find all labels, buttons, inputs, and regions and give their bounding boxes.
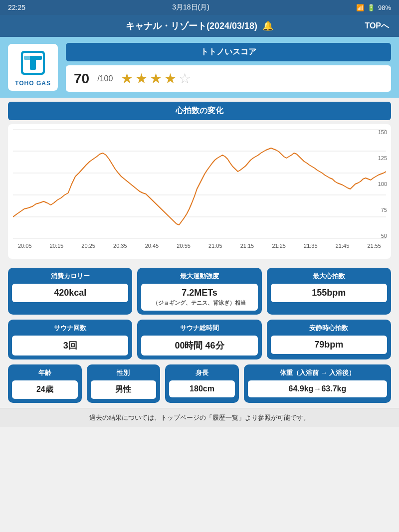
svg-rect-3 [30, 56, 36, 70]
header-section: TOHO GAS トトノいスコア 70 /100 ★ ★ ★ ★ ☆ [0, 37, 399, 98]
y-labels: 150 125 100 75 50 [378, 129, 387, 239]
stat-value-calories: 420kcal [12, 284, 128, 302]
y-label-50: 50 [378, 233, 387, 239]
stats-grid-row2: サウナ回数 3回 サウナ総時間 00時間 46分 安静時心拍数 79bpm [0, 320, 399, 364]
score-number: 70 [74, 71, 89, 87]
y-label-125: 125 [378, 155, 387, 161]
title-bar: キャナル・リゾート(2024/03/18) 🔔 TOPへ [0, 15, 399, 37]
score-area: トトノいスコア 70 /100 ★ ★ ★ ★ ☆ [66, 43, 391, 92]
logo-text: TOHO GAS [15, 80, 51, 87]
stat-label-resting-hr: 安静時心拍数 [309, 324, 348, 333]
bottom-label-height: 身長 [196, 368, 208, 377]
x-label-10: 21:35 [304, 243, 318, 249]
x-label-8: 21:15 [240, 243, 254, 249]
x-label-6: 20:55 [177, 243, 191, 249]
time: 22:25 [8, 3, 25, 11]
y-label-150: 150 [378, 129, 387, 135]
bottom-value-height: 180cm [169, 380, 235, 397]
stat-card-intensity: 最大運動強度 7.2METs （ジョギング、テニス、背泳ぎ）相当 [137, 268, 261, 315]
y-label-75: 75 [378, 207, 387, 213]
bottom-stats: 年齢 24歳 性別 男性 身長 180cm 体重（入浴前 → 入浴後） 64.9… [0, 364, 399, 408]
battery-icon: 🔋 [367, 4, 375, 11]
stat-sub-intensity: （ジョギング、テニス、背泳ぎ）相当 [147, 299, 251, 307]
star-2: ★ [135, 70, 148, 87]
star-4: ★ [164, 70, 177, 87]
star-3: ★ [150, 70, 162, 87]
x-label-11: 21:45 [336, 243, 350, 249]
bottom-card-weight: 体重（入浴前 → 入浴後） 64.9kg→63.7kg [244, 364, 391, 403]
date: 3月18日(月) [172, 3, 209, 12]
stars-display: ★ ★ ★ ★ ☆ [121, 70, 191, 87]
bottom-label-age: 年齢 [38, 368, 51, 377]
bottom-card-age: 年齢 24歳 [8, 364, 82, 403]
stat-card-calories: 消費カロリー 420kcal [8, 268, 132, 315]
stat-card-max-hr: 最大心拍数 155bpm [267, 268, 391, 315]
bottom-value-gender: 男性 [91, 380, 157, 399]
main-content: TOHO GAS トトノいスコア 70 /100 ★ ★ ★ ★ ☆ 心拍数の変… [0, 37, 399, 532]
stat-label-sauna-count: サウナ回数 [54, 324, 86, 333]
stat-card-sauna-time: サウナ総時間 00時間 46分 [137, 320, 261, 359]
score-value-bar: 70 /100 ★ ★ ★ ★ ☆ [66, 65, 391, 92]
stat-value-resting-hr: 79bpm [271, 336, 387, 354]
stat-label-sauna-time: サウナ総時間 [180, 324, 219, 333]
star-1: ★ [121, 70, 133, 87]
stat-card-resting-hr: 安静時心拍数 79bpm [267, 320, 391, 359]
heart-rate-section-title: 心拍数の変化 [8, 102, 391, 120]
stat-value-intensity: 7.2METs （ジョギング、テニス、背泳ぎ）相当 [141, 284, 257, 311]
bottom-card-height: 身長 180cm [165, 364, 239, 403]
x-label-7: 21:05 [208, 243, 222, 249]
stats-grid-row1: 消費カロリー 420kcal 最大運動強度 7.2METs （ジョギング、テニス… [0, 263, 399, 320]
x-label-2: 20:15 [50, 243, 64, 249]
x-label-3: 20:25 [81, 243, 95, 249]
logo-icon [18, 48, 48, 78]
logo-area: TOHO GAS [8, 44, 58, 91]
bottom-value-weight: 64.9kg→63.7kg [248, 380, 387, 397]
stat-label-intensity: 最大運動強度 [180, 272, 219, 281]
stat-value-max-hr: 155bpm [271, 284, 387, 302]
stat-label-calories: 消費カロリー [51, 272, 90, 281]
wifi-icon: 📶 [356, 4, 364, 11]
heart-rate-chart [13, 129, 386, 239]
bottom-value-age: 24歳 [12, 380, 78, 399]
sound-icon: 🔔 [262, 20, 273, 31]
status-bar: 22:25 3月18日(月) 📶 🔋 98% [0, 0, 399, 15]
top-link[interactable]: TOPへ [365, 21, 389, 31]
score-max: /100 [97, 74, 113, 83]
x-label-4: 20:35 [113, 243, 127, 249]
bottom-label-gender: 性別 [117, 368, 130, 377]
x-label-12: 21:55 [367, 243, 381, 249]
x-label-9: 21:25 [272, 243, 286, 249]
status-right: 📶 🔋 98% [356, 4, 391, 11]
battery-level: 98% [378, 4, 391, 11]
stat-label-max-hr: 最大心拍数 [313, 272, 345, 281]
x-label-5: 20:45 [145, 243, 159, 249]
chart-x-labels: 20:05 20:15 20:25 20:35 20:45 20:55 21:0… [13, 243, 386, 249]
svg-rect-4 [24, 56, 30, 60]
stat-value-sauna-count: 3回 [12, 336, 128, 355]
footer-note: 過去の結果については、トップページの「履歴一覧」より参照が可能です。 [0, 408, 399, 427]
stat-card-sauna-count: サウナ回数 3回 [8, 320, 132, 359]
star-5: ☆ [179, 70, 191, 87]
y-label-100: 100 [378, 181, 387, 187]
bottom-card-gender: 性別 男性 [87, 364, 161, 403]
stat-value-sauna-time: 00時間 46分 [141, 336, 257, 355]
x-label-1: 20:05 [18, 243, 32, 249]
score-title-bar: トトノいスコア [66, 43, 391, 61]
page-title: キャナル・リゾート(2024/03/18) [126, 20, 257, 32]
bottom-label-weight: 体重（入浴前 → 入浴後） [280, 368, 355, 377]
chart-container: 150 125 100 75 50 20:05 20:15 20:25 20:3… [8, 124, 391, 259]
